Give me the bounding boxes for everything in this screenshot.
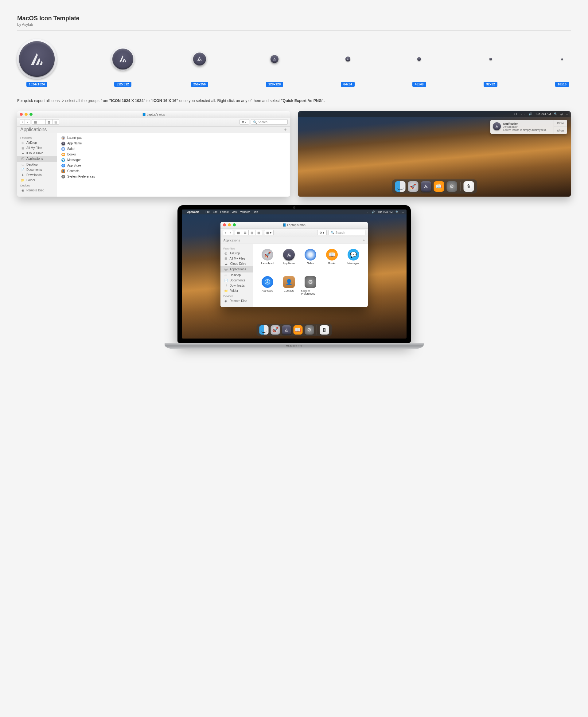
- dock[interactable]: 🚀 📖 ⚙ 🗑: [256, 324, 332, 336]
- menu-window[interactable]: Window: [240, 210, 250, 213]
- notification-banner[interactable]: Notification Asylab.mov Lorem Ipsum is s…: [490, 120, 567, 134]
- camera-icon: [293, 207, 295, 208]
- menu-format[interactable]: Format: [220, 210, 229, 213]
- sidebar-item-applications[interactable]: ⒶApplications: [17, 156, 57, 162]
- minimize-icon[interactable]: [25, 113, 28, 116]
- notifications-icon[interactable]: ☰: [566, 112, 568, 116]
- sidebar-item-all-my-files[interactable]: ▤All My Files: [17, 145, 57, 150]
- dock-books-icon[interactable]: 📖: [293, 325, 302, 334]
- app-icon-app-name[interactable]: App Name: [283, 249, 295, 272]
- close-icon[interactable]: [20, 113, 23, 116]
- sidebar-item-icloud-drive[interactable]: ☁iCloud Drive: [17, 150, 57, 156]
- dock-launchpad-icon[interactable]: 🚀: [271, 325, 280, 334]
- sidebar-favorites-header: Favorites: [17, 135, 57, 140]
- sidebar-item-applications[interactable]: ⒶApplications: [220, 266, 253, 272]
- macbook-mockup: AppName FileEditFormatViewWindowHelp ⋮⋮ …: [177, 205, 411, 349]
- spotlight-icon[interactable]: 🔍: [396, 210, 399, 213]
- airplay-icon[interactable]: ▢: [514, 112, 517, 116]
- new-tab-button[interactable]: ＋: [283, 127, 288, 133]
- dock-launchpad-icon[interactable]: 🚀: [408, 181, 418, 192]
- minimize-icon[interactable]: [228, 223, 231, 226]
- sidebar-item-airdrop[interactable]: ◎AirDrop: [17, 140, 57, 145]
- sidebar-item-downloads[interactable]: ⬇Downloads: [220, 283, 253, 288]
- list-item[interactable]: 🚀Launchpad: [57, 135, 290, 141]
- sidebar-item-remote-disc[interactable]: ◉Remote Disc: [17, 188, 57, 193]
- sidebar-item-documents[interactable]: 📄Documents: [220, 278, 253, 283]
- sidebar-item-folder[interactable]: 📁Folder: [220, 288, 253, 293]
- search-input[interactable]: 🔍 Search: [329, 230, 365, 235]
- sidebar-item-remote-disc[interactable]: ◉Remote Disc: [220, 298, 253, 304]
- sidebar-item-desktop[interactable]: ▭Desktop: [220, 272, 253, 278]
- list-item[interactable]: Safari: [57, 146, 290, 152]
- menu-view[interactable]: View: [232, 210, 237, 213]
- dock-appname-icon[interactable]: [421, 181, 431, 192]
- close-icon[interactable]: [223, 223, 226, 226]
- zoom-icon[interactable]: [233, 223, 236, 226]
- dock-finder-icon[interactable]: [395, 181, 405, 192]
- sidebar-item-desktop[interactable]: ▭Desktop: [17, 162, 57, 167]
- list-item[interactable]: App Name: [57, 141, 290, 146]
- tab-applications[interactable]: Applications: [224, 239, 240, 242]
- list-item[interactable]: 💬Messages: [57, 157, 290, 163]
- menubar-clock[interactable]: Tue 9:41 AM: [378, 210, 393, 213]
- notification-show-button[interactable]: Show: [554, 127, 567, 134]
- sidebar-item-icloud-drive[interactable]: ☁iCloud Drive: [220, 261, 253, 266]
- app-icon-safari[interactable]: Safari: [304, 249, 316, 272]
- app-icon-contacts[interactable]: 👤Contacts: [283, 276, 295, 302]
- app-icon-app-store[interactable]: ⒶApp Store: [261, 276, 273, 302]
- menubar-app-name[interactable]: AppName: [187, 210, 200, 213]
- view-switcher[interactable]: ▦☰▥▤: [32, 119, 59, 125]
- dock[interactable]: 🚀 📖 ⚙ 🗑: [392, 179, 477, 193]
- sidebar-item-documents[interactable]: 📄Documents: [17, 167, 57, 172]
- icon-preview-256x256: [193, 53, 206, 65]
- action-menu[interactable]: ⚙ ▾: [239, 119, 249, 125]
- icon-preview-128x128: [271, 55, 278, 63]
- volume-icon[interactable]: 🔊: [372, 210, 375, 213]
- dock-syspref-icon[interactable]: ⚙: [446, 181, 457, 192]
- menu-file[interactable]: File: [205, 210, 210, 213]
- list-item[interactable]: 📖Books: [57, 152, 290, 157]
- icon-preview-32x32: [489, 58, 492, 60]
- sidebar-item-all-my-files[interactable]: ▤All My Files: [220, 256, 253, 261]
- sidebar-item-airdrop[interactable]: ◎AirDrop: [220, 251, 253, 256]
- nav-back-forward[interactable]: ‹›: [20, 119, 30, 125]
- notifications-icon[interactable]: ☰: [402, 210, 404, 213]
- zoom-icon[interactable]: [29, 113, 33, 116]
- action-menu[interactable]: ⚙ ▾: [317, 230, 327, 235]
- sidebar-devices-header: Devices: [17, 183, 57, 188]
- icon-preview-48x48: [417, 57, 421, 61]
- spotlight-icon[interactable]: 🔍: [554, 112, 557, 116]
- app-icon-system-preferences[interactable]: ⚙System Preferences: [301, 276, 320, 302]
- app-icon-launchpad[interactable]: 🚀Launchpad: [261, 249, 274, 272]
- search-input[interactable]: 🔍 Search: [251, 119, 288, 125]
- notification-close-button[interactable]: Close: [554, 120, 567, 127]
- app-icon-messages[interactable]: 💬Messages: [347, 249, 359, 272]
- sidebar-item-downloads[interactable]: ⬇Downloads: [17, 172, 57, 178]
- list-item[interactable]: 👤Contacts: [57, 168, 290, 174]
- sidebar-item-folder[interactable]: 📁Folder: [17, 178, 57, 183]
- dock-books-icon[interactable]: 📖: [434, 181, 444, 192]
- wifi-icon[interactable]: ⋮⋮: [363, 210, 369, 213]
- nav-back-forward[interactable]: ‹›: [223, 230, 233, 235]
- dock-syspref-icon[interactable]: ⚙: [304, 325, 314, 334]
- menu-edit[interactable]: Edit: [213, 210, 217, 213]
- new-tab-button[interactable]: ＋: [362, 238, 365, 242]
- dock-trash-icon[interactable]: 🗑: [463, 181, 474, 192]
- volume-icon[interactable]: 🔊: [529, 112, 532, 116]
- app-icon-books[interactable]: 📖Books: [326, 249, 338, 272]
- dock-trash-icon[interactable]: 🗑: [320, 325, 329, 334]
- size-tag: 128x128: [266, 82, 283, 87]
- dock-appname-icon[interactable]: [282, 325, 291, 334]
- dock-finder-icon[interactable]: [259, 325, 268, 334]
- list-item[interactable]: ⒶApp Store: [57, 163, 290, 168]
- control-center-icon[interactable]: ◎: [560, 112, 563, 116]
- desktop-mockup: ▢ ⋮⋮ 🔊 Tue 9:41 AM 🔍 ◎ ☰ Notification As…: [298, 111, 571, 197]
- view-switcher[interactable]: ▦☰▥▤: [235, 230, 262, 235]
- list-item[interactable]: ⚙System Preferences: [57, 174, 290, 179]
- arrange-menu[interactable]: ▦ ▾: [264, 230, 274, 235]
- wifi-icon[interactable]: ⋮⋮: [520, 112, 526, 116]
- tab-applications[interactable]: Applications: [20, 127, 47, 132]
- menubar-clock[interactable]: Tue 9:41 AM: [535, 112, 551, 116]
- menu-help[interactable]: Help: [253, 210, 258, 213]
- size-tag: 64x64: [341, 82, 355, 87]
